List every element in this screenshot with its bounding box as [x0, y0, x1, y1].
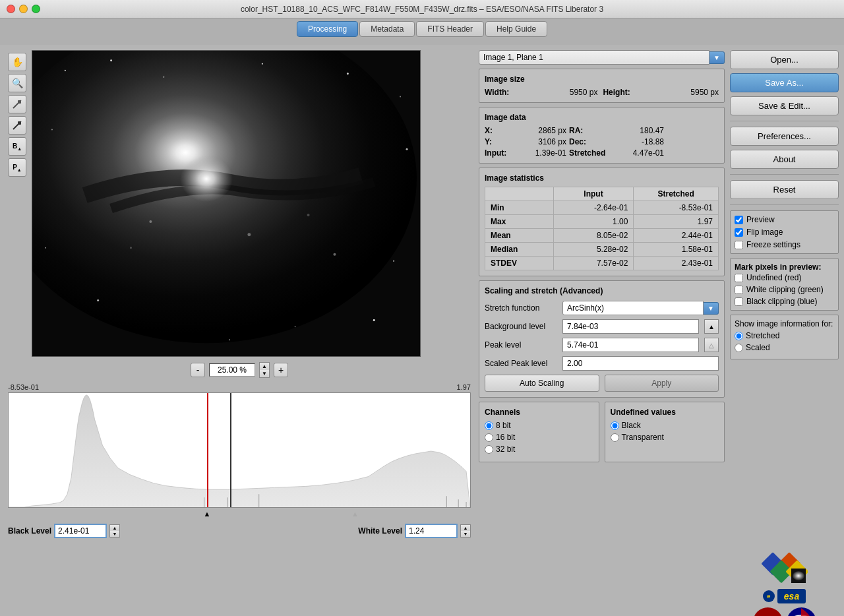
white-level-input[interactable] — [405, 524, 458, 538]
minimize-btn[interactable] — [19, 5, 28, 13]
channels-group: Channels 8 bit 16 bit 32 bit — [479, 402, 599, 462]
save-as-btn[interactable]: Save As... — [730, 73, 839, 92]
hand-tool[interactable]: ✋ — [8, 53, 26, 71]
svg-point-25 — [307, 214, 310, 216]
freeze-label: Freeze settings — [746, 240, 800, 249]
histogram-max-label: 1.97 — [457, 383, 471, 391]
white-level-stepper-down[interactable]: ▼ — [461, 531, 470, 537]
black-clip-checkbox[interactable] — [735, 297, 743, 306]
save-edit-btn[interactable]: Save & Edit... — [730, 96, 839, 115]
stats-col-input: Input — [553, 187, 634, 201]
preview-label: Preview — [746, 215, 775, 224]
stat-input: 5.28e-02 — [553, 243, 634, 257]
channel-16bit-radio[interactable] — [485, 433, 493, 442]
stretch-label: Stretch function — [485, 303, 557, 313]
x-label: X: — [485, 126, 511, 135]
channel-32bit-radio[interactable] — [485, 445, 493, 454]
channel-32bit-row: 32 bit — [485, 445, 593, 454]
svg-point-23 — [149, 220, 152, 223]
zoom-in-btn[interactable]: + — [274, 363, 288, 377]
esa-circle-icon: e — [763, 590, 775, 602]
svg-point-17 — [393, 261, 394, 262]
image-size-box: Image size Width: 5950 px Height: 5950 p… — [479, 69, 725, 103]
tab-help-guide[interactable]: Help Guide — [485, 21, 547, 37]
preferences-btn[interactable]: Preferences... — [730, 127, 839, 146]
apply-btn[interactable]: Apply — [605, 375, 719, 392]
image-viewer[interactable] — [32, 50, 421, 357]
svg-point-20 — [373, 319, 375, 321]
about-btn[interactable]: About — [730, 150, 839, 169]
scaled-peak-input[interactable] — [562, 356, 719, 371]
histogram-container[interactable] — [8, 392, 471, 508]
red-level-line[interactable] — [207, 393, 208, 507]
checkboxes-group: Preview Flip image Freeze settings — [730, 210, 839, 254]
galaxy-display — [32, 51, 420, 356]
tab-metadata[interactable]: Metadata — [359, 21, 415, 37]
zoom-input[interactable] — [209, 363, 255, 377]
stats-table: Input Stretched Min -2.64e-01 -8.53e-01 … — [485, 187, 719, 270]
stat-stretched: -8.53e-01 — [634, 201, 719, 215]
svg-point-27 — [333, 253, 336, 256]
undef-transparent-radio[interactable] — [611, 433, 619, 442]
zoom-tool[interactable]: 🔍 — [8, 74, 26, 92]
eyedropper-tool-2[interactable] — [8, 116, 26, 135]
mark-pixels-group: Mark pixels in preview: Undefined (red) … — [730, 258, 839, 311]
stats-col-empty — [485, 187, 554, 201]
undef-black-radio[interactable] — [611, 421, 619, 430]
scaled-peak-row: Scaled Peak level — [485, 356, 719, 371]
histogram-min-label: -8.53e-01 — [8, 383, 39, 391]
black-level-input[interactable] — [54, 524, 107, 538]
channel-8bit-radio[interactable] — [485, 421, 493, 430]
table-row: Min -2.64e-01 -8.53e-01 — [485, 201, 719, 215]
black-point-tool[interactable]: B▲ — [8, 137, 26, 156]
undef-red-checkbox[interactable] — [735, 274, 743, 282]
white-clip-checkbox[interactable] — [735, 286, 743, 294]
tab-processing[interactable]: Processing — [297, 21, 358, 37]
close-btn[interactable] — [7, 5, 15, 13]
black-level-stepper-up[interactable]: ▲ — [110, 525, 119, 531]
image-size-title: Image size — [485, 75, 719, 84]
eyedropper-tool-1[interactable] — [8, 95, 26, 113]
scaling-title: Scaling and stretch (Advanced) — [485, 286, 719, 295]
mark-pixels-label: Mark pixels in preview: — [735, 262, 834, 272]
zoom-stepper-up[interactable]: ▲ — [260, 363, 269, 370]
auto-scaling-btn[interactable]: Auto Scaling — [485, 375, 599, 392]
height-value: 5950 px — [663, 88, 719, 97]
stretch-dropdown-btn[interactable]: ▼ — [704, 302, 719, 315]
white-marker: ▲ — [351, 509, 359, 518]
reset-btn[interactable]: Reset — [730, 180, 839, 199]
undef-transparent-row: Transparent — [611, 433, 719, 442]
black-level-stepper-down[interactable]: ▼ — [110, 531, 119, 537]
image-size-grid: Width: 5950 px Height: 5950 px — [485, 88, 719, 97]
zoom-stepper-down[interactable]: ▼ — [260, 370, 269, 377]
white-level-stepper-up[interactable]: ▲ — [461, 525, 470, 531]
svg-point-16 — [45, 247, 46, 249]
nasa-logo: NASA — [787, 607, 816, 616]
stretch-function-input[interactable] — [562, 301, 704, 315]
black-level-line[interactable] — [230, 393, 231, 507]
image-selector-input[interactable] — [479, 50, 709, 65]
peak-level-input[interactable] — [562, 338, 699, 352]
image-selector-dropdown-btn[interactable]: ▼ — [709, 51, 725, 64]
black-clip-label: Black clipping (blue) — [746, 297, 817, 306]
bg-level-up-btn[interactable]: ▲ — [704, 319, 719, 334]
stat-input: 8.05e-02 — [553, 229, 634, 243]
peak-level-down-btn[interactable]: △ — [704, 338, 719, 352]
preview-checkbox[interactable] — [735, 216, 743, 224]
image-selector-row: ▼ — [479, 50, 725, 65]
tab-fits-header[interactable]: FITS Header — [416, 21, 484, 37]
image-data-box: Image data X: 2865 px RA: 180.47 Y: 3106… — [479, 107, 725, 164]
show-stretched-row: Stretched — [735, 331, 834, 340]
logo-bottom-row: ESO NASA — [753, 607, 816, 616]
show-stretched-radio[interactable] — [735, 332, 743, 340]
freeze-checkbox[interactable] — [735, 241, 743, 249]
bg-level-input[interactable] — [562, 319, 699, 334]
white-point-tool[interactable]: P▲ — [8, 158, 26, 177]
black-clip-row: Black clipping (blue) — [735, 297, 834, 306]
open-btn[interactable]: Open... — [730, 50, 839, 69]
maximize-btn[interactable] — [32, 5, 40, 13]
show-scaled-radio[interactable] — [735, 344, 743, 352]
window-title: color_HST_10188_10_ACS_WFC_F814W_F550M_F… — [241, 5, 603, 14]
flip-checkbox[interactable] — [735, 228, 743, 237]
zoom-out-btn[interactable]: - — [191, 363, 205, 377]
